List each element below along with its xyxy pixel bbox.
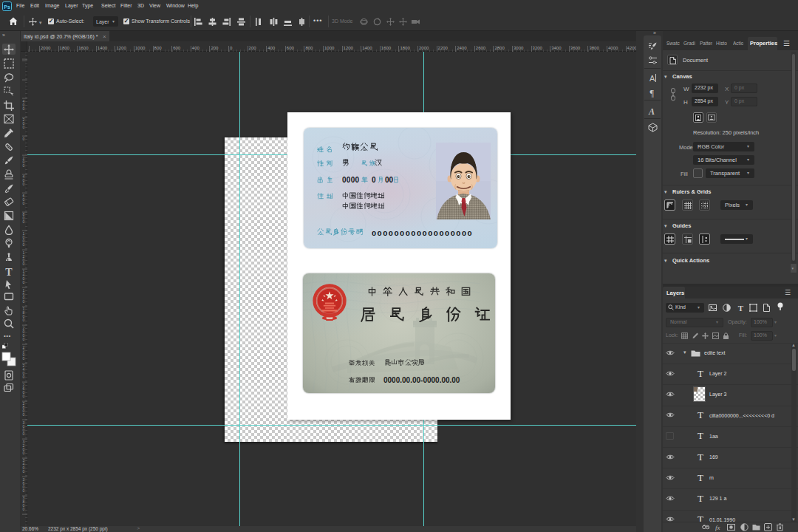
svg-text:fx: fx [715,524,720,531]
svg-text:T: T [738,304,744,312]
svg-text:¶: ¶ [650,88,655,98]
svg-text:T: T [5,266,13,276]
svg-text:A: A [648,106,655,116]
svg-text:A: A [649,74,655,83]
svg-text:Ps: Ps [4,4,10,10]
